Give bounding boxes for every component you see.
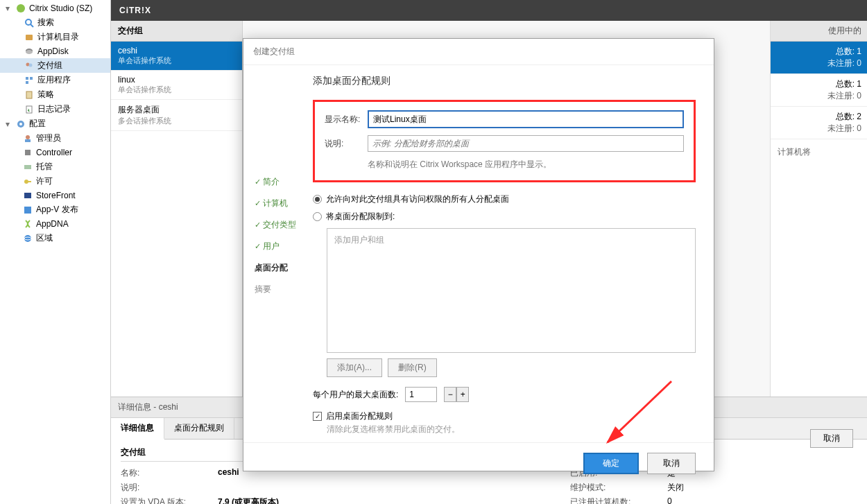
gear-icon xyxy=(15,119,26,130)
tree-item-policy[interactable]: 策略 xyxy=(0,87,110,102)
tree-label: AppDNA xyxy=(36,219,69,229)
store-icon xyxy=(22,190,33,201)
tree-item-logging[interactable]: 日志记录 xyxy=(0,102,110,116)
wizard-title: 添加桌面分配规则 xyxy=(313,75,696,87)
step-machines[interactable]: 计算机 xyxy=(255,198,302,209)
step-delivery-type[interactable]: 交付类型 xyxy=(255,219,302,231)
tree-item-delivery-group[interactable]: 交付组 xyxy=(0,58,110,73)
tab-details[interactable]: 详细信息 xyxy=(111,418,164,440)
search-icon xyxy=(24,17,35,28)
svg-line-2 xyxy=(31,24,33,27)
stat-row[interactable]: 总数: 2 未注册: 0 xyxy=(771,107,867,139)
radio-label: 允许向对此交付组具有访问权限的所有人分配桌面 xyxy=(326,193,509,205)
group-item[interactable]: ceshi 单会话操作系统 xyxy=(111,42,242,71)
group-name: ceshi xyxy=(118,46,235,55)
enable-rule-checkbox[interactable]: ✓ 启用桌面分配规则 xyxy=(313,410,696,422)
tree-item-license[interactable]: 许可 xyxy=(0,174,110,189)
tree-label: 日志记录 xyxy=(37,103,71,115)
tree-item-config[interactable]: ▾ 配置 xyxy=(0,116,110,131)
app-icon xyxy=(24,75,35,86)
tree-item-hosting[interactable]: 托管 xyxy=(0,159,110,174)
svg-rect-10 xyxy=(26,81,28,84)
group-item[interactable]: 服务器桌面 多会话操作系统 xyxy=(111,100,242,131)
wizard-dialog: 创建交付组 简介 计算机 交付类型 用户 桌面分配 摘要 添加桌面分配规则 显示… xyxy=(243,38,714,471)
svg-rect-11 xyxy=(26,92,32,98)
kv-key: 名称: xyxy=(121,467,218,479)
step-users[interactable]: 用户 xyxy=(255,241,302,252)
spin-up[interactable]: + xyxy=(456,387,469,402)
name-hint: 名称和说明在 Citrix Workspace 应用程序中显示。 xyxy=(368,159,684,171)
checkbox-icon: ✓ xyxy=(313,412,322,421)
tree-item-controller[interactable]: Controller xyxy=(0,146,110,159)
tree-item-storefront[interactable]: StoreFront xyxy=(0,189,110,202)
stat-total: 总数: 1 xyxy=(776,78,861,90)
collapse-icon[interactable]: ▾ xyxy=(6,119,12,129)
step-summary[interactable]: 摘要 xyxy=(255,284,302,295)
kv-row: 已注册计算机数:0 xyxy=(570,496,684,504)
tree-item-appdisk[interactable]: AppDisk xyxy=(0,44,110,58)
kv-value: ceshi xyxy=(218,467,239,479)
collapse-icon[interactable]: ▾ xyxy=(6,3,12,13)
stat-row[interactable]: 总数: 1 未注册: 0 xyxy=(771,42,867,74)
tree-item-appv[interactable]: App-V 发布 xyxy=(0,202,110,217)
stat-row[interactable]: 总数: 1 未注册: 0 xyxy=(771,74,867,107)
display-name-input[interactable] xyxy=(368,110,684,128)
users-listbox[interactable]: 添加用户和组 xyxy=(327,228,696,353)
tree-root[interactable]: ▾ Citrix Studio (SZ) xyxy=(0,1,110,15)
svg-point-5 xyxy=(26,50,33,54)
hosting-icon xyxy=(22,162,33,173)
citrix-icon xyxy=(15,3,26,14)
tree-item-catalog[interactable]: 计算机目录 xyxy=(0,30,110,44)
kv-key: 已注册计算机数: xyxy=(570,496,667,504)
checkbox-hint: 清除此复选框将禁用此桌面的交付。 xyxy=(327,424,696,435)
cancel-button[interactable]: 取消 xyxy=(810,429,853,448)
max-desktops-input[interactable] xyxy=(405,387,437,402)
brand-bar: CiTR!X xyxy=(111,0,867,21)
svg-point-0 xyxy=(17,4,25,12)
tree-item-apps[interactable]: 应用程序 xyxy=(0,73,110,87)
dna-icon xyxy=(22,218,33,229)
tree-root-label: Citrix Studio (SZ) xyxy=(29,3,92,13)
tree-item-zone[interactable]: 区域 xyxy=(0,231,110,245)
wizard-header: 创建交付组 xyxy=(243,39,714,65)
stat-unreg: 未注册: 0 xyxy=(776,123,861,134)
tree-item-search[interactable]: 搜索 xyxy=(0,15,110,30)
group-sub: 单会话操作系统 xyxy=(118,85,235,95)
radio-limit[interactable]: 将桌面分配限制到: xyxy=(313,211,696,223)
tab-desktop-rules[interactable]: 桌面分配规则 xyxy=(164,418,234,439)
kv-value: 0 xyxy=(667,496,672,504)
admin-icon xyxy=(22,133,33,144)
tree-item-appdna[interactable]: AppDNA xyxy=(0,217,110,231)
tree-label: 搜索 xyxy=(37,17,54,28)
svg-rect-17 xyxy=(25,150,31,155)
group-name: linux xyxy=(118,75,235,85)
group-name: 服务器桌面 xyxy=(118,104,235,116)
group-sub: 多会话操作系统 xyxy=(118,116,235,126)
description-input[interactable] xyxy=(368,135,684,152)
tree-label: 许可 xyxy=(36,175,53,187)
spin-down[interactable]: − xyxy=(444,387,456,402)
server-icon xyxy=(22,147,33,158)
stat-total: 总数: 1 xyxy=(776,46,861,58)
step-desktop-assign[interactable]: 桌面分配 xyxy=(255,262,302,274)
radio-allow-all[interactable]: 允许向对此交付组具有访问权限的所有人分配桌面 xyxy=(313,193,696,205)
tree-label: 配置 xyxy=(29,118,46,130)
tree-label: AppDisk xyxy=(37,46,69,56)
step-intro[interactable]: 简介 xyxy=(255,176,302,188)
kv-value: 7.9 (或更高版本) xyxy=(218,496,279,504)
stats-header: 使用中的 xyxy=(771,21,867,42)
add-button[interactable]: 添加(A)... xyxy=(327,358,382,377)
cancel-button[interactable]: 取消 xyxy=(647,453,696,474)
svg-rect-22 xyxy=(24,207,31,214)
tree-label: 交付组 xyxy=(37,60,62,71)
tree-item-admins[interactable]: 管理员 xyxy=(0,131,110,146)
disk-icon xyxy=(24,46,35,57)
ok-button[interactable]: 确定 xyxy=(583,453,639,474)
kv-key: 说明: xyxy=(121,482,218,494)
max-desktops-label: 每个用户的最大桌面数: xyxy=(313,389,398,401)
group-item[interactable]: linux 单会话操作系统 xyxy=(111,71,242,100)
tree-label: StoreFront xyxy=(36,191,76,200)
remove-button[interactable]: 删除(R) xyxy=(388,358,437,377)
log-icon xyxy=(24,104,35,115)
users-icon xyxy=(24,60,35,71)
